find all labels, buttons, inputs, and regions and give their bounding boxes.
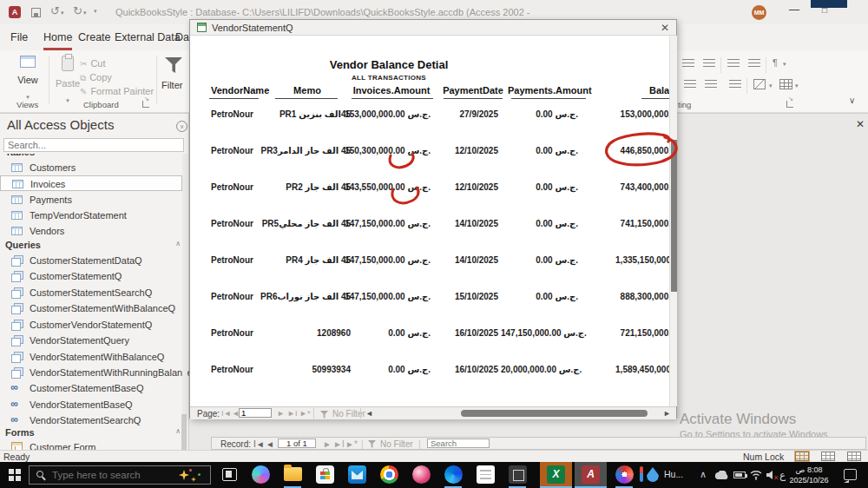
queries-section-header[interactable]: Queries∧: [5, 240, 182, 250]
hidden-icons-chevron-icon[interactable]: ∧: [700, 469, 707, 480]
sidebar-item-vendorstatementbaseq[interactable]: ∞VendorStatementBaseQ: [0, 397, 182, 412]
undo-icon[interactable]: ↺: [50, 4, 60, 17]
sidebar-item-customers[interactable]: Customers: [0, 160, 182, 175]
scroll-right-icon[interactable]: ►: [663, 409, 671, 418]
format-painter-button[interactable]: ✎Format Painter: [80, 86, 154, 96]
clipboard-dialog-launcher-icon[interactable]: [142, 101, 149, 108]
design-view-icon[interactable]: [847, 452, 861, 461]
wifi-icon[interactable]: [750, 470, 762, 480]
sidebar-item-vendorstatementquery[interactable]: VendorStatementQuery: [0, 333, 182, 348]
taskbar-clock[interactable]: 8:08 ص 2025/10/26: [788, 465, 830, 485]
save-icon[interactable]: [31, 8, 41, 17]
table-row[interactable]: PetroNour 1208960 0.00 ج.س. 16/10/2025 1…: [190, 328, 678, 340]
table-row[interactable]: PetroNour 45 الف جاز PR4 147,150,000.00 …: [190, 255, 678, 267]
sidebar-item-customerstatementdataq[interactable]: CustomerStatementDataQ: [0, 253, 182, 268]
browser2-button[interactable]: [608, 462, 641, 488]
align-center-icon[interactable]: [705, 80, 717, 89]
microsoft-store-button[interactable]: [309, 462, 341, 488]
table-row[interactable]: PetroNour 45 الف جاز نورابPR6 147,150,00…: [190, 292, 678, 303]
sidebar-item-vendorstatementwithrunningbalanceq[interactable]: VendorStatementWithRunningBalanceQ: [0, 365, 182, 380]
excel-button[interactable]: X: [540, 462, 572, 488]
sidebar-item-customerstatementwithbalanceq[interactable]: CustomerStatementWithBalanceQ: [0, 300, 182, 316]
nav-search-input[interactable]: [3, 138, 184, 152]
sidebar-item-vendorstatementsearchq[interactable]: ∞VendorStatementSearchQ: [0, 412, 182, 428]
previous-record-icon[interactable]: ◄: [266, 439, 274, 449]
align-left-icon[interactable]: [684, 80, 696, 89]
weather-widget[interactable]: Hu...: [640, 465, 694, 485]
horizontal-scrollbar-thumb[interactable]: [461, 410, 648, 417]
last-record-icon[interactable]: ►Ι: [333, 439, 345, 449]
shutter-close-icon[interactable]: ∨: [176, 121, 187, 132]
gridlines-icon[interactable]: [779, 79, 792, 89]
no-filter-icon[interactable]: [368, 439, 376, 449]
view-button[interactable]: View ▾: [10, 56, 45, 97]
taskbar-search-input[interactable]: [52, 466, 174, 484]
scroll-left-icon[interactable]: ◄: [365, 409, 373, 418]
tables-section-header[interactable]: Tables: [5, 154, 92, 158]
bullets-icon[interactable]: [682, 59, 694, 69]
close-document-icon[interactable]: ✕: [856, 118, 865, 130]
capture-app-button[interactable]: [502, 462, 534, 488]
paste-button[interactable]: Paste ▾: [54, 56, 82, 97]
tab-file[interactable]: File: [10, 24, 28, 50]
tab-database-tools[interactable]: Da: [175, 24, 189, 50]
action-center-icon[interactable]: [844, 469, 857, 480]
sidebar-scrollbar[interactable]: [182, 154, 187, 449]
redo-icon[interactable]: ↻: [73, 4, 82, 17]
sidebar-item-customerstatementq[interactable]: CustomerStatementQ: [0, 268, 182, 284]
file-explorer-button[interactable]: [277, 462, 309, 488]
copilot-button[interactable]: [245, 462, 277, 488]
background-color-caret-icon[interactable]: ▾: [769, 82, 773, 89]
tab-external-data[interactable]: External Data: [115, 24, 181, 50]
document-app-button[interactable]: [470, 462, 502, 488]
battery-icon[interactable]: [733, 472, 746, 478]
report-close-icon[interactable]: ✕: [661, 22, 669, 34]
no-filter-icon[interactable]: [320, 410, 328, 419]
first-page-icon[interactable]: Ι◄: [221, 409, 231, 418]
task-view-button[interactable]: [214, 462, 246, 488]
redo-caret-icon[interactable]: ▾: [83, 10, 87, 16]
next-record-icon[interactable]: ►: [323, 439, 332, 449]
report-view-icon[interactable]: [795, 452, 809, 461]
account-avatar[interactable]: MM: [752, 5, 766, 20]
background-color-icon[interactable]: [753, 79, 766, 89]
layout-view-icon[interactable]: [821, 452, 835, 461]
decrease-indent-icon[interactable]: [727, 59, 740, 69]
sidebar-item-customerstatementsearchq[interactable]: CustomerStatementSearchQ: [0, 285, 182, 300]
filter-button[interactable]: [165, 57, 182, 73]
chrome-button[interactable]: [373, 462, 405, 488]
new-record-icon[interactable]: ►*: [345, 439, 358, 449]
sidebar-item-tempvendorstatement[interactable]: TempVendorStatement: [0, 208, 182, 223]
table-row[interactable]: PetroNour 45 الف جاز محليPR5 147,150,000…: [190, 219, 678, 230]
paragraph-direction-icon[interactable]: ¶: [773, 57, 778, 68]
pink-app-button[interactable]: [405, 462, 437, 488]
sidebar-item-invoices[interactable]: Invoices: [0, 175, 182, 191]
edge-button[interactable]: [437, 462, 470, 488]
table-row[interactable]: PetroNour 45 الف جاز الدامرPR3 150,300,0…: [190, 146, 678, 157]
vertical-scrollbar-thumb[interactable]: [671, 140, 677, 292]
tab-create[interactable]: Create: [78, 24, 111, 50]
outlook-button[interactable]: [341, 462, 373, 488]
increase-indent-icon[interactable]: [748, 59, 760, 69]
sidebar-item-vendorstatementwithbalanceq[interactable]: VendorStatementWithBalanceQ: [0, 349, 182, 365]
table-row[interactable]: PetroNour 45 الف جاز PR2 143,550,000.00 …: [190, 182, 678, 194]
record-position-box[interactable]: [278, 439, 316, 448]
paragraph-caret-icon[interactable]: ▾: [783, 61, 786, 68]
language-indicator[interactable]: ع: [779, 469, 786, 481]
numbering-icon[interactable]: [703, 59, 715, 69]
access-button[interactable]: A: [575, 462, 607, 488]
table-row[interactable]: PetroNour 50993934 0.00 ج.س. 16/10/2025 …: [190, 365, 678, 376]
record-search-input[interactable]: [427, 439, 490, 448]
undo-caret-icon[interactable]: ▾: [61, 10, 64, 16]
next-page-icon[interactable]: ►: [277, 409, 285, 418]
qat-customize-icon[interactable]: ▾: [94, 8, 97, 15]
sidebar-item-payments[interactable]: Payments: [0, 192, 182, 208]
sidebar-item-customervendorstatementq[interactable]: CustomerVendorStatementQ: [0, 317, 182, 333]
tab-home[interactable]: Home: [43, 24, 72, 50]
cut-button[interactable]: ✂Cut: [80, 58, 106, 69]
text-formatting-dialog-launcher-icon[interactable]: [786, 101, 793, 108]
forms-section-header[interactable]: Forms∧: [5, 427, 182, 438]
report-vertical-scrollbar[interactable]: [669, 36, 677, 406]
onedrive-icon[interactable]: [713, 471, 729, 480]
last-page-icon[interactable]: ►Ι: [287, 409, 297, 418]
